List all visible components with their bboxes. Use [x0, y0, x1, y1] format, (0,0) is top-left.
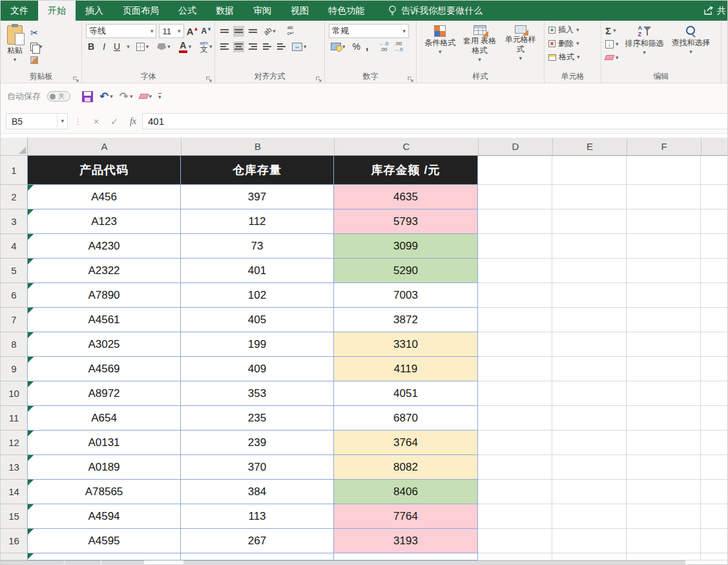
empty-cell[interactable] — [701, 431, 728, 455]
empty-cell[interactable] — [627, 357, 701, 381]
percent-style-button[interactable]: % — [353, 41, 360, 52]
cell-B8[interactable]: 199 — [181, 332, 334, 357]
empty-cell[interactable] — [552, 381, 627, 406]
cell-C5[interactable]: 5290 — [334, 259, 478, 283]
column-header-F[interactable]: F — [627, 138, 702, 155]
empty-cell[interactable] — [478, 283, 552, 308]
qat-eraser-button[interactable]: ▾ — [140, 94, 152, 100]
cell-A3[interactable]: A123 — [27, 209, 181, 234]
find-select-button[interactable]: 查找和选择▾ — [668, 23, 714, 72]
wrap-text-button[interactable]: abc↵ — [287, 25, 295, 37]
cell-B2[interactable]: 397 — [181, 185, 334, 209]
empty-cell[interactable] — [627, 553, 701, 560]
select-all-button[interactable] — [1, 138, 28, 156]
row-header-11[interactable]: 11 — [1, 406, 28, 431]
empty-cell[interactable] — [627, 381, 701, 406]
empty-cell[interactable] — [627, 185, 701, 209]
empty-cell[interactable] — [552, 504, 627, 529]
empty-cell[interactable] — [701, 209, 728, 234]
empty-cell[interactable] — [701, 455, 728, 480]
name-box[interactable]: B5▾ — [6, 113, 68, 129]
cell-A10[interactable]: A8972 — [27, 381, 181, 406]
cell-A8[interactable]: A3025 — [27, 332, 181, 357]
fill-button[interactable]: ↓▾ — [605, 38, 619, 50]
fill-color-button[interactable]: ▾ — [155, 43, 172, 50]
empty-cell[interactable] — [701, 156, 728, 185]
copy-button[interactable]: ▾ — [30, 41, 43, 52]
cell-B6[interactable]: 102 — [181, 283, 334, 308]
autosave-toggle[interactable]: 关 — [47, 91, 70, 101]
conditional-formatting-button[interactable]: 条件格式▾ — [421, 23, 459, 72]
empty-cell[interactable] — [478, 332, 552, 357]
empty-cell[interactable] — [552, 259, 627, 283]
empty-cell[interactable] — [701, 357, 728, 381]
empty-cell[interactable] — [552, 529, 627, 553]
cell-A7[interactable]: A4561 — [27, 308, 181, 332]
cell-B13[interactable]: 370 — [181, 455, 334, 480]
empty-cell[interactable] — [627, 431, 701, 455]
tab-view[interactable]: 视图 — [281, 1, 318, 21]
empty-cell[interactable] — [478, 431, 552, 455]
cell-A13[interactable]: A0189 — [27, 455, 181, 480]
italic-button[interactable]: I — [101, 41, 107, 52]
empty-cell[interactable] — [627, 234, 701, 259]
empty-cell[interactable] — [552, 308, 627, 332]
empty-cell[interactable] — [478, 357, 552, 381]
empty-cell[interactable] — [478, 156, 552, 185]
scrollbar-segment[interactable] — [183, 560, 685, 565]
tab-review[interactable]: 审阅 — [244, 1, 281, 21]
undo-button[interactable]: ↶▾ — [99, 90, 113, 103]
number-dialog-launcher[interactable] — [407, 74, 414, 81]
format-as-table-button[interactable]: 套用 表格格式▾ — [459, 23, 499, 72]
tab-formulas[interactable]: 公式 — [169, 1, 206, 21]
tab-page-layout[interactable]: 页面布局 — [113, 1, 169, 21]
empty-cell[interactable] — [552, 480, 627, 504]
empty-cell[interactable] — [627, 504, 701, 529]
number-format-select[interactable]: 常规▾ — [329, 24, 409, 38]
align-top-button[interactable] — [219, 26, 230, 37]
decrease-decimal-button[interactable]: .00→.0 — [393, 41, 403, 52]
format-painter-button[interactable] — [30, 54, 43, 66]
empty-cell[interactable] — [478, 504, 552, 529]
tab-insert[interactable]: 插入 — [76, 1, 113, 21]
cell-A11[interactable]: A654 — [27, 406, 181, 431]
delete-cells-button[interactable]: ×删除▾ — [548, 38, 598, 49]
empty-cell[interactable] — [701, 234, 728, 259]
row-header-8[interactable]: 8 — [1, 332, 28, 357]
column-header-E[interactable]: E — [553, 138, 627, 155]
column-header-B[interactable]: B — [182, 138, 335, 155]
empty-cell[interactable] — [552, 553, 627, 560]
tell-me-box[interactable]: 告诉我你想要做什么 — [388, 1, 483, 21]
row-header-7[interactable]: 7 — [1, 308, 28, 332]
empty-cell[interactable] — [552, 332, 627, 357]
cell-B5[interactable]: 401 — [181, 259, 334, 283]
empty-cell[interactable] — [627, 259, 701, 283]
cell-C2[interactable]: 4635 — [334, 185, 478, 209]
formula-input[interactable]: 401 — [142, 113, 728, 129]
empty-cell[interactable] — [701, 553, 728, 560]
empty-cell[interactable] — [478, 259, 552, 283]
table-header-cell[interactable]: 库存金额 /元 — [334, 156, 478, 185]
empty-cell[interactable] — [701, 529, 728, 553]
cell-C10[interactable]: 4051 — [334, 381, 478, 406]
decrease-indent-button[interactable] — [262, 41, 273, 52]
empty-cell[interactable] — [478, 209, 552, 234]
empty-cell[interactable] — [478, 185, 552, 209]
empty-cell[interactable] — [552, 283, 627, 308]
insert-cells-button[interactable]: +插入▾ — [548, 25, 598, 36]
empty-cell[interactable] — [701, 283, 728, 308]
cell-A14[interactable]: A78565 — [27, 480, 181, 504]
autosum-button[interactable]: Σ▾ — [605, 25, 619, 36]
phonetic-guide-button[interactable]: wén文▾ — [198, 41, 214, 53]
tab-home[interactable]: 开始 — [38, 1, 76, 21]
cell-B16[interactable]: 267 — [181, 529, 334, 553]
increase-decimal-button[interactable]: ←.0.00 — [379, 41, 388, 52]
empty-cell[interactable] — [552, 156, 627, 185]
grow-font-button[interactable]: A▲ — [187, 26, 199, 37]
row-header-15[interactable]: 15 — [1, 504, 28, 529]
cell-C17[interactable] — [334, 553, 478, 560]
empty-cell[interactable] — [552, 185, 627, 209]
cell-B15[interactable]: 113 — [181, 504, 334, 529]
cell-A2[interactable]: A456 — [27, 185, 181, 209]
tab-special-features[interactable]: 特色功能 — [318, 1, 374, 21]
